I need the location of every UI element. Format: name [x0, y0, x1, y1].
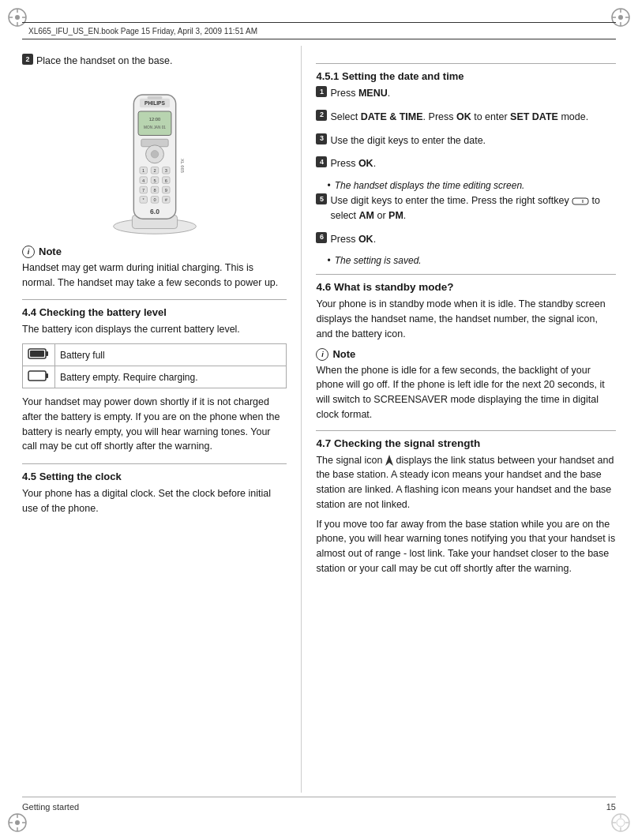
section-4-5-heading: 4.5 Setting the clock — [22, 463, 287, 482]
main-content: 2 Place the handset on the base. PHILIPS… — [22, 46, 616, 793]
step-2-text: Place the handset on the base. — [36, 54, 287, 69]
step-4-sub: The handset displays the time editing sc… — [327, 180, 616, 191]
note-label: Note — [39, 246, 62, 257]
svg-text:3: 3 — [164, 168, 167, 173]
svg-text:XL 665: XL 665 — [180, 159, 185, 173]
step-3-num: 3 — [316, 133, 327, 144]
battery-empty-icon — [28, 369, 50, 382]
battery-empty-icon-cell — [23, 366, 55, 388]
footer-left: Getting started — [22, 802, 79, 812]
note-4-6-text: When the phone is idle for a few seconds… — [316, 363, 616, 422]
step-5-row: 5 Use digit keys to enter the time. Pres… — [316, 193, 616, 228]
svg-rect-67 — [572, 198, 588, 204]
svg-text:7: 7 — [142, 188, 144, 193]
step-4-row: 4 Press OK. — [316, 156, 616, 176]
battery-full-row: Battery full — [23, 344, 287, 366]
step-1-row: 1 Press MENU. — [316, 86, 616, 106]
note-4-6-header: i Note — [316, 348, 616, 361]
section-4-4-heading: 4.4 Checking the battery level — [22, 299, 287, 318]
svg-point-19 — [617, 819, 625, 827]
step-2-451-text: Select DATE & TIME. Press OK to enter SE… — [330, 110, 616, 125]
handset-image-container: PHILIPS 12:00 MON JAN 01 1 2 3 — [22, 80, 287, 238]
svg-text:PHILIPS: PHILIPS — [144, 100, 165, 106]
svg-text:2: 2 — [153, 168, 156, 173]
section-4-5-1-heading: 4.5.1 Setting the date and time — [316, 63, 616, 82]
section-4-4-body: Your handset may power down shortly if i… — [22, 395, 287, 454]
svg-point-13 — [15, 820, 20, 825]
right-column: 4.5.1 Setting the date and time 1 Press … — [301, 46, 616, 793]
section-4-7-body1: The signal icon displays the link status… — [316, 453, 616, 512]
svg-text:6: 6 — [164, 178, 167, 182]
svg-text:MON JAN 01: MON JAN 01 — [144, 126, 166, 129]
note-box-charging: i Note Handset may get warm during initi… — [22, 246, 287, 291]
corner-mark-br — [610, 812, 632, 834]
battery-table: Battery full Battery empty. Require char… — [22, 343, 287, 388]
battery-empty-label: Battery empty. Require charging. — [55, 366, 287, 388]
section-4-6-body: Your phone is in standby mode when it is… — [316, 297, 616, 341]
footer: Getting started 15 — [22, 797, 616, 812]
step-2-451-row: 2 Select DATE & TIME. Press OK to enter … — [316, 110, 616, 129]
svg-rect-66 — [46, 373, 48, 378]
battery-full-label: Battery full — [55, 344, 287, 366]
step-2-number: 2 — [22, 54, 33, 65]
note-header: i Note — [22, 246, 287, 258]
section-4-6-heading: 4.6 What is standby mode? — [316, 274, 616, 293]
step-1-num: 1 — [316, 86, 327, 97]
handset-image: PHILIPS 12:00 MON JAN 01 1 2 3 — [92, 80, 218, 238]
section-4-5-body: Your phone has a digital clock. Set the … — [22, 486, 287, 516]
svg-rect-29 — [138, 111, 171, 135]
footer-right: 15 — [606, 802, 616, 812]
step-2-row: 2 Place the handset on the base. — [22, 54, 287, 73]
svg-text:9: 9 — [164, 188, 167, 193]
step-6-row: 6 Press OK. — [316, 232, 616, 252]
svg-point-7 — [618, 15, 623, 20]
svg-text:1: 1 — [142, 168, 144, 173]
svg-rect-63 — [46, 351, 48, 356]
note-box-4-6: i Note When the phone is idle for a few … — [316, 348, 616, 422]
section-4-7-body2: If you move too far away from the base s… — [316, 517, 616, 576]
battery-full-icon-cell — [23, 344, 55, 366]
section-4-7-heading: 4.7 Checking the signal strength — [316, 430, 616, 449]
svg-text:5: 5 — [153, 178, 156, 182]
step-2-451-num: 2 — [316, 110, 327, 121]
step-4-text: Press OK. — [330, 156, 616, 171]
note-text: Handset may get warm during initial char… — [22, 261, 287, 291]
svg-rect-65 — [28, 371, 46, 381]
note-icon: i — [22, 246, 35, 258]
svg-text:6.0: 6.0 — [150, 207, 160, 215]
step-3-text: Use the digit keys to enter the date. — [330, 133, 616, 148]
step-4-num: 4 — [316, 156, 327, 167]
note-4-6-icon: i — [316, 348, 328, 361]
svg-marker-69 — [385, 455, 393, 466]
svg-text:4: 4 — [142, 178, 144, 182]
step-6-sub: The setting is saved. — [327, 255, 616, 266]
step-6-num: 6 — [316, 232, 327, 243]
step-1-text: Press MENU. — [330, 86, 616, 101]
corner-mark-bl — [6, 812, 28, 834]
battery-empty-row: Battery empty. Require charging. — [23, 366, 287, 388]
left-column: 2 Place the handset on the base. PHILIPS… — [22, 46, 301, 793]
svg-point-1 — [15, 15, 20, 20]
step-3-row: 3 Use the digit keys to enter the date. — [316, 133, 616, 153]
header-text: XL665_IFU_US_EN.book Page 15 Friday, Apr… — [28, 27, 257, 36]
header-bar: XL665_IFU_US_EN.book Page 15 Friday, Apr… — [22, 22, 616, 39]
svg-text:12:00: 12:00 — [149, 117, 160, 122]
step-6-text: Press OK. — [330, 232, 616, 247]
svg-rect-64 — [30, 351, 44, 357]
battery-full-icon — [28, 347, 50, 360]
svg-point-34 — [151, 150, 159, 158]
svg-rect-61 — [147, 96, 162, 99]
svg-text:0: 0 — [153, 197, 156, 202]
step-5-num: 5 — [316, 193, 327, 204]
section-4-4-intro: The battery icon displays the current ba… — [22, 322, 287, 337]
svg-text:8: 8 — [153, 188, 156, 193]
step-5-text: Use digit keys to enter the time. Press … — [330, 193, 616, 223]
note-4-6-label: Note — [332, 348, 355, 360]
